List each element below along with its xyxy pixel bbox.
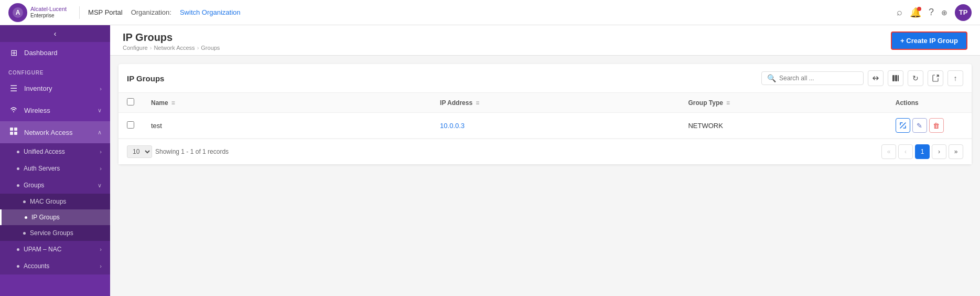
sidebar-subsub-service-groups[interactable]: Service Groups (0, 225, 110, 241)
per-page-select[interactable]: 10 25 50 (127, 145, 152, 158)
sidebar-item-dashboard[interactable]: ⊞ Dashboard (0, 42, 110, 64)
column-name: Name ≡ (143, 93, 432, 113)
first-page-button[interactable]: « (881, 144, 896, 159)
column-checkbox (119, 93, 143, 113)
unified-access-label: Unified Access (24, 148, 65, 155)
type-col-menu-icon[interactable]: ≡ (726, 99, 730, 107)
breadcrumb-groups: Groups (201, 45, 220, 51)
table-row: test 10.0.0.3 NETWORK (119, 113, 972, 139)
sidebar-collapse-btn[interactable]: ‹ (0, 25, 110, 42)
breadcrumb-configure: Configure (123, 45, 148, 51)
brand-text: Alcatel·Lucent Enterprise (30, 6, 67, 19)
table-card: IP Groups 🔍 (119, 64, 972, 164)
switch-org-link[interactable]: Switch Organization (180, 8, 241, 16)
table-header-row: Name ≡ IP Address ≡ Grou (119, 93, 972, 113)
search-input[interactable] (779, 75, 858, 82)
upload-button[interactable]: ↑ (947, 70, 963, 86)
table-head: Name ≡ IP Address ≡ Grou (119, 93, 972, 113)
table-toolbar: IP Groups 🔍 (119, 64, 972, 93)
toggle-icon[interactable]: ⊕ (941, 8, 947, 17)
search-icon: 🔍 (767, 74, 776, 82)
export-button[interactable] (928, 70, 943, 86)
data-table: Name ≡ IP Address ≡ Grou (119, 93, 972, 139)
row-ip-cell: 10.0.0.3 (432, 113, 680, 139)
create-ip-group-button[interactable]: + Create IP Group (891, 31, 967, 50)
table-title: IP Groups (127, 74, 164, 83)
edit-button[interactable]: ✎ (912, 118, 927, 133)
service-groups-label: Service Groups (30, 229, 73, 237)
network-access-chevron: ∧ (98, 129, 102, 136)
groups-submenu: MAC Groups IP Groups Service Groups (0, 194, 110, 241)
dot-icon (17, 184, 19, 187)
expand-columns-button[interactable] (868, 70, 884, 86)
accounts-chevron: › (100, 263, 102, 269)
avatar[interactable]: TP (955, 4, 972, 21)
dot-icon (25, 216, 27, 219)
row-name: test (151, 122, 162, 130)
sidebar-item-network-access[interactable]: Network Access ∧ (0, 121, 110, 143)
sidebar-sub-groups[interactable]: Groups ∨ (0, 177, 110, 194)
column-group-type: Group Type ≡ (680, 93, 887, 113)
inventory-icon: ☰ (8, 83, 19, 93)
help-icon[interactable]: ? (929, 7, 934, 18)
network-access-icon (8, 127, 19, 138)
top-navbar: A Alcatel·Lucent Enterprise MSP Portal O… (0, 0, 980, 25)
ip-groups-label: IP Groups (31, 214, 60, 221)
sidebar-subsub-mac-groups[interactable]: MAC Groups (0, 194, 110, 209)
breadcrumb-sep2: › (197, 45, 199, 51)
table-toolbar-right: 🔍 ↻ (761, 70, 963, 86)
dot-icon (17, 167, 19, 170)
next-page-button[interactable]: › (932, 144, 946, 159)
page-title: IP Groups (123, 31, 220, 44)
sidebar-sub-upam-nac[interactable]: UPAM – NAC › (0, 241, 110, 258)
sidebar-item-label-wireless: Wireless (24, 107, 50, 114)
name-col-menu-icon[interactable]: ≡ (171, 99, 175, 107)
search-nav-icon[interactable]: ⌕ (897, 7, 902, 18)
columns-toggle-button[interactable] (888, 70, 903, 86)
last-page-button[interactable]: » (949, 144, 963, 159)
svg-rect-3 (14, 128, 17, 131)
dashboard-icon: ⊞ (8, 48, 19, 58)
row-checkbox[interactable] (127, 121, 134, 129)
sidebar-item-inventory[interactable]: ☰ Inventory › (0, 78, 110, 99)
svg-rect-4 (10, 132, 13, 135)
pagination-right: « ‹ 1 › » (881, 144, 963, 159)
network-access-submenu: Unified Access › Auth Servers › Groups ∨ (0, 143, 110, 274)
sidebar-sub-unified-access[interactable]: Unified Access › (0, 143, 110, 160)
ip-col-menu-icon[interactable]: ≡ (476, 99, 479, 107)
auth-servers-label: Auth Servers (24, 165, 60, 172)
unified-access-chevron: › (100, 149, 102, 155)
dot-icon (17, 151, 19, 153)
row-type-cell: NETWORK (680, 113, 887, 139)
pagination-left: 10 25 50 Showing 1 - 1 of 1 records (127, 145, 229, 158)
svg-rect-2 (10, 128, 13, 131)
dot-icon (23, 200, 26, 203)
sidebar-sub-auth-servers[interactable]: Auth Servers › (0, 160, 110, 177)
content-area: IP Groups Configure › Network Access › G… (110, 25, 980, 296)
search-box: 🔍 (761, 71, 864, 85)
page-1-button[interactable]: 1 (915, 144, 930, 159)
svg-rect-5 (14, 132, 17, 135)
sidebar-sub-accounts[interactable]: Accounts › (0, 258, 110, 274)
row-checkbox-cell (119, 113, 143, 139)
sidebar-item-label-inventory: Inventory (24, 84, 52, 92)
org-label: Organization: (131, 8, 171, 16)
mac-groups-label: MAC Groups (30, 198, 66, 205)
breadcrumb-network-access: Network Access (154, 45, 195, 51)
refresh-button[interactable]: ↻ (908, 70, 923, 86)
view-button[interactable] (896, 118, 910, 133)
prev-page-button[interactable]: ‹ (898, 144, 913, 159)
notification-icon[interactable]: 🔔 (910, 7, 921, 18)
action-buttons: ✎ 🗑 (896, 118, 963, 133)
svg-text:A: A (16, 9, 20, 16)
groups-chevron: ∨ (98, 182, 102, 189)
delete-button[interactable]: 🗑 (929, 118, 944, 133)
sidebar-item-wireless[interactable]: Wireless ∨ (0, 99, 110, 121)
breadcrumb-sep1: › (150, 45, 152, 51)
sidebar-subsub-ip-groups[interactable]: IP Groups (0, 209, 110, 225)
row-name-cell: test (143, 113, 432, 139)
brand-logo: A (8, 3, 27, 22)
row-ip-link[interactable]: 10.0.0.3 (440, 122, 465, 130)
groups-label: Groups (24, 182, 44, 189)
select-all-checkbox[interactable] (127, 98, 134, 105)
